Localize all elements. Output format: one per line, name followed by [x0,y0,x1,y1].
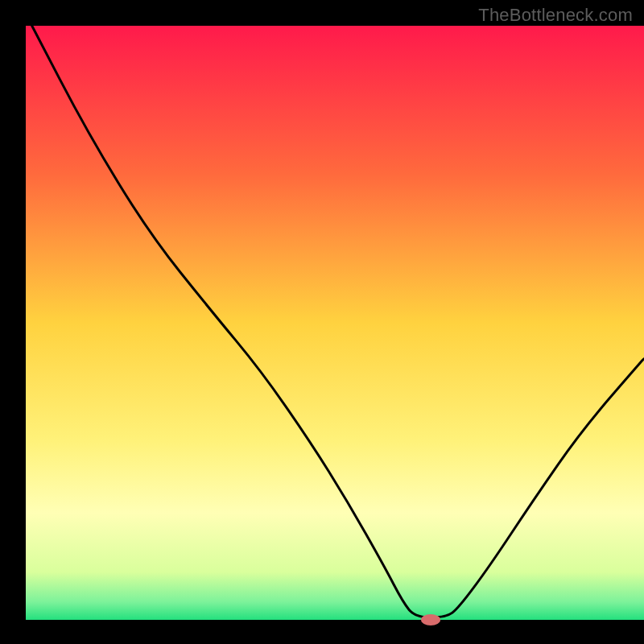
target-marker [421,614,440,625]
plot-background [26,26,644,620]
chart-frame: TheBottleneck.com [0,0,644,644]
chart-svg [0,0,644,644]
watermark-text: TheBottleneck.com [478,5,633,26]
